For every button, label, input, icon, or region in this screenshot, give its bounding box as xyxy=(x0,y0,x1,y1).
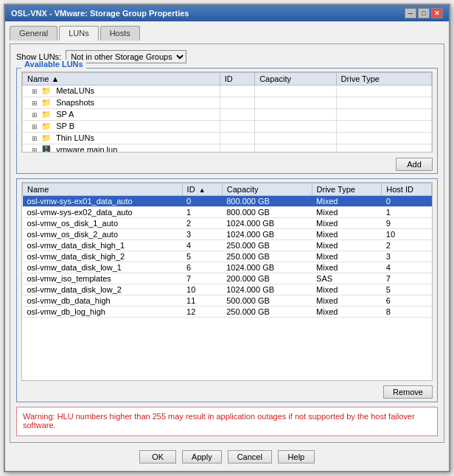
help-button[interactable]: Help xyxy=(278,450,315,463)
warning-box: Warning: HLU numbers higher than 255 may… xyxy=(16,407,438,436)
table-row[interactable]: osl-vmw-sys-ex02_data_auto 1 800.000 GB … xyxy=(23,207,432,218)
table-row[interactable]: osl-vmw_data_disk_low_1 6 1024.000 GB Mi… xyxy=(23,262,432,273)
tab-bar: General LUNs Hosts xyxy=(10,26,444,41)
add-btn-row: Add xyxy=(17,155,437,173)
available-luns-tree[interactable]: Name ▲ ID Capacity Drive Type ⊞ 📁 MetaLU… xyxy=(21,71,433,153)
luns-tab-content: Show LUNs: Not in other Storage Groups A… xyxy=(10,43,444,443)
table-row[interactable]: osl-vmw-sys-ex01_data_auto 0 800.000 GB … xyxy=(23,196,432,207)
avail-col-name[interactable]: Name ▲ xyxy=(23,73,220,85)
table-row[interactable]: osl-vmw_data_disk_low_2 10 1024.000 GB M… xyxy=(23,284,432,295)
selected-table: Name ID ▲ Capacity Drive Type Host ID os… xyxy=(22,183,432,318)
remove-button[interactable]: Remove xyxy=(383,385,433,399)
sel-col-capacity[interactable]: Capacity xyxy=(222,183,312,196)
table-row[interactable]: osl-vmw_os_disk_2_auto 3 1024.000 GB Mix… xyxy=(23,229,432,240)
list-item[interactable]: ⊞ 📁 SP B xyxy=(23,121,432,133)
titlebar: OSL-VNX - VMware: Storage Group Properti… xyxy=(5,5,449,21)
remove-btn-row: Remove xyxy=(17,384,437,402)
available-table: Name ▲ ID Capacity Drive Type ⊞ 📁 MetaLU… xyxy=(22,72,432,153)
table-row[interactable]: osl-vmw_db_log_high 12 250.000 GB Mixed … xyxy=(23,307,432,318)
list-item[interactable]: ⊞ 📁 Thin LUNs xyxy=(23,133,432,144)
avail-col-id[interactable]: ID xyxy=(220,73,254,85)
table-row[interactable]: osl-vmw_data_disk_high_1 4 250.000 GB Mi… xyxy=(23,240,432,251)
dialog-content: General LUNs Hosts Show LUNs: Not in oth… xyxy=(5,21,449,471)
main-window: OSL-VNX - VMware: Storage Group Properti… xyxy=(4,4,450,472)
avail-col-capacity[interactable]: Capacity xyxy=(255,73,336,85)
cancel-button[interactable]: Cancel xyxy=(228,450,272,463)
available-section-title: Available LUNs xyxy=(21,60,86,69)
list-item[interactable]: ⊞ 📁 Snapshots xyxy=(23,97,432,109)
available-luns-section: Available LUNs Name ▲ ID Capacity Drive … xyxy=(16,68,438,174)
ok-button[interactable]: OK xyxy=(139,450,176,463)
selected-luns-section: Selected LUNs Name ID ▲ Capacity Drive T… xyxy=(16,178,438,402)
table-row[interactable]: osl-vmw_data_disk_high_2 5 250.000 GB Mi… xyxy=(23,251,432,262)
selected-section-title: Selected LUNs xyxy=(21,178,84,179)
table-row[interactable]: osl-vmw_os_disk_1_auto 2 1024.000 GB Mix… xyxy=(23,218,432,229)
list-item[interactable]: ⊞ 🗄️ vmware main lun xyxy=(23,144,432,153)
tab-general[interactable]: General xyxy=(10,26,57,41)
selected-luns-table-area[interactable]: Name ID ▲ Capacity Drive Type Host ID os… xyxy=(21,182,433,381)
list-item[interactable]: ⊞ 📁 SP A xyxy=(23,109,432,121)
maximize-button[interactable]: □ xyxy=(418,8,430,18)
minimize-button[interactable]: ─ xyxy=(405,8,416,18)
list-item[interactable]: ⊞ 📁 MetaLUNs xyxy=(23,85,432,97)
table-row[interactable]: osl-vmw_db_data_high 11 500.000 GB Mixed… xyxy=(23,295,432,307)
sel-col-host[interactable]: Host ID xyxy=(382,183,432,196)
add-button[interactable]: Add xyxy=(396,158,433,171)
sel-col-id[interactable]: ID ▲ xyxy=(182,183,222,196)
table-row[interactable]: osl-vmw_iso_templates 7 200.000 GB SAS 7 xyxy=(23,273,432,284)
tab-luns[interactable]: LUNs xyxy=(59,26,99,41)
avail-col-drive[interactable]: Drive Type xyxy=(336,73,431,85)
close-button[interactable]: ✕ xyxy=(431,8,443,18)
apply-button[interactable]: Apply xyxy=(182,450,222,463)
window-controls: ─ □ ✕ xyxy=(405,8,443,18)
dialog-buttons: OK Apply Cancel Help xyxy=(10,446,444,466)
sel-col-drive[interactable]: Drive Type xyxy=(312,183,382,196)
tab-hosts[interactable]: Hosts xyxy=(100,26,140,41)
window-title: OSL-VNX - VMware: Storage Group Properti… xyxy=(11,9,189,18)
sel-col-name[interactable]: Name xyxy=(23,183,183,196)
warning-text: Warning: HLU numbers higher than 255 may… xyxy=(23,412,415,430)
